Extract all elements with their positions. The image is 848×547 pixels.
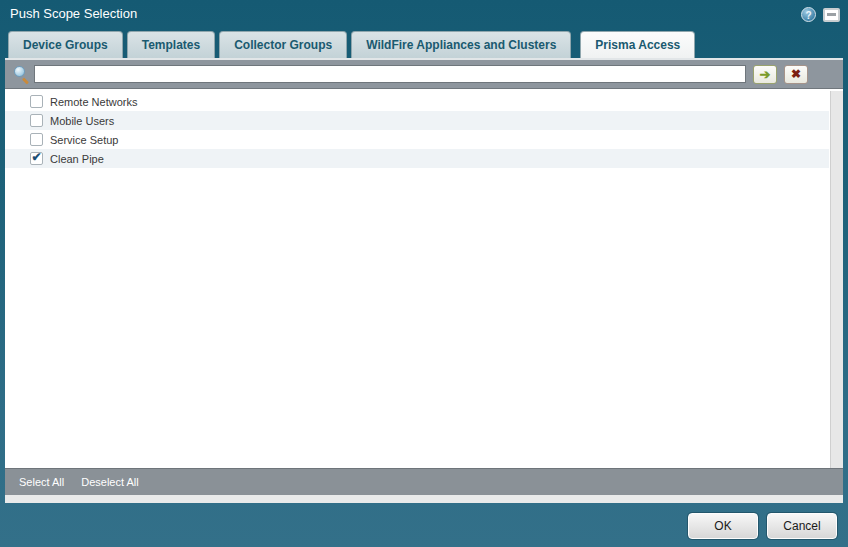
window-icon[interactable]	[823, 8, 840, 22]
list-item-mobile-users[interactable]: ✔ Mobile Users	[5, 111, 829, 130]
close-x-icon: ✖	[791, 68, 801, 80]
list-item-clean-pipe[interactable]: ✔ Clean Pipe	[5, 149, 829, 168]
list-item-label: Remote Networks	[50, 96, 137, 108]
ok-button[interactable]: OK	[688, 513, 758, 539]
cancel-button[interactable]: Cancel	[767, 513, 837, 539]
list-item-remote-networks[interactable]: ✔ Remote Networks	[5, 92, 829, 111]
scope-list: ✔ Remote Networks ✔ Mobile Users ✔ Servi…	[5, 91, 843, 468]
checkmark-icon: ✔	[31, 150, 41, 164]
search-clear-button[interactable]: ✖	[784, 65, 808, 84]
search-handle	[22, 77, 29, 84]
titlebar-icons: ?	[801, 7, 840, 22]
scrollbar-track[interactable]	[830, 91, 843, 468]
arrow-right-icon: ➔	[760, 68, 771, 81]
tab-collector-groups[interactable]: Collector Groups	[219, 31, 347, 58]
tab-device-groups[interactable]: Device Groups	[8, 31, 123, 58]
bottom-inner-strip	[5, 495, 843, 503]
tab-templates[interactable]: Templates	[127, 31, 215, 58]
push-scope-selection-dialog: Push Scope Selection ? Device Groups Tem…	[0, 0, 848, 547]
scope-rows: ✔ Remote Networks ✔ Mobile Users ✔ Servi…	[5, 92, 829, 168]
search-lens	[14, 66, 25, 77]
dialog-body: ➔ ✖ ✔ Remote Networks ✔ Mobile	[5, 58, 843, 503]
search-go-button[interactable]: ➔	[753, 65, 777, 84]
list-item-label: Service Setup	[50, 134, 118, 146]
list-footer-bar: Select All Deselect All	[5, 468, 843, 495]
list-item-service-setup[interactable]: ✔ Service Setup	[5, 130, 829, 149]
deselect-all-link[interactable]: Deselect All	[81, 476, 138, 488]
search-input[interactable]	[34, 65, 746, 83]
list-item-label: Mobile Users	[50, 115, 114, 127]
tab-bar: Device Groups Templates Collector Groups…	[8, 30, 695, 58]
list-item-label: Clean Pipe	[50, 153, 104, 165]
tab-wildfire-appliances-and-clusters[interactable]: WildFire Appliances and Clusters	[351, 31, 571, 58]
checkbox-service-setup[interactable]: ✔	[30, 133, 43, 146]
dialog-title: Push Scope Selection	[10, 0, 137, 28]
dialog-action-buttons: OK Cancel	[688, 513, 837, 539]
checkbox-remote-networks[interactable]: ✔	[30, 95, 43, 108]
tab-prisma-access[interactable]: Prisma Access	[580, 31, 695, 58]
select-all-link[interactable]: Select All	[19, 476, 64, 488]
search-bar: ➔ ✖	[5, 60, 843, 89]
checkbox-clean-pipe[interactable]: ✔	[30, 152, 43, 165]
title-bar: Push Scope Selection ?	[0, 0, 848, 28]
checkbox-mobile-users[interactable]: ✔	[30, 114, 43, 127]
search-icon	[13, 66, 30, 83]
help-icon[interactable]: ?	[801, 7, 816, 22]
